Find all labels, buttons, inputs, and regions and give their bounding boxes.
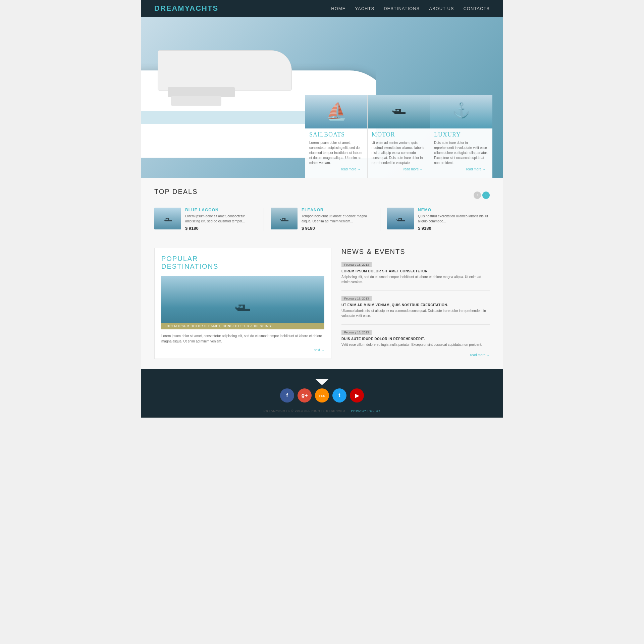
- news-text-1: Adipiscing elit, sed do eiusmod tempor i…: [341, 274, 490, 284]
- logo-yachts: YACHTS: [185, 4, 218, 12]
- dest-image: LOREM IPSUM DOLOR SIT AMET, CONSECTETUR …: [161, 276, 324, 329]
- deal-thumb-eleanor: [271, 208, 298, 229]
- news-text-3: Velit esse cillum dolore eu fugiat nulla…: [341, 342, 490, 347]
- sailboats-read-more[interactable]: read more: [309, 167, 363, 171]
- motor-read-more[interactable]: read more: [372, 167, 426, 171]
- deals-nav-arrows: ‹ ›: [474, 192, 490, 199]
- news-title-3: DUIS AUTE IRURE DOLOR IN REPREHENDERIT.: [341, 337, 490, 341]
- hero-section: SAILBOATS Lorem ipsum dolor sit amet, co…: [141, 17, 503, 178]
- news-date-1: February 18, 2013: [341, 262, 372, 267]
- sailboats-image: [305, 95, 367, 128]
- nav-yachts[interactable]: YACHTS: [355, 6, 374, 11]
- popular-dest-title: POPULARDESTINATIONS: [161, 255, 324, 270]
- deal-info-eleanor: ELEANOR Tempor incididunt ut labore et d…: [302, 208, 373, 231]
- footer-copyright: DREAMYACHTS © 2013 ALL RIGHTS RESERVED: [263, 409, 345, 413]
- popular-destinations: POPULARDESTINATIONS LOREM IPSUM DOLOR SI…: [154, 248, 331, 359]
- news-text-2: Ullamco laboris nisi ut aliquip ex ea co…: [341, 308, 490, 318]
- nav-about[interactable]: ABOUT US: [429, 6, 454, 11]
- news-date-3: February 18, 2013: [341, 330, 372, 335]
- bottom-section: POPULARDESTINATIONS LOREM IPSUM DOLOR SI…: [154, 248, 490, 359]
- nav-home[interactable]: HOME: [331, 6, 345, 11]
- news-item-1: February 18, 2013 LOREM IPSUM DOLOR SIT …: [341, 261, 490, 284]
- deals-divider: [154, 241, 490, 241]
- news-events: NEWS & EVENTS February 18, 2013 LOREM IP…: [341, 248, 490, 359]
- deals-next-arrow[interactable]: ›: [482, 192, 490, 199]
- deal-divider-1: [264, 208, 264, 231]
- deal-desc-blue-lagoon: Lorem ipsum dolor sit amet, consectetur …: [185, 214, 257, 224]
- footer-privacy[interactable]: PRIVACY POLICY: [351, 409, 381, 413]
- sailboats-text: Lorem ipsum dolor sit amet, consectetur …: [309, 140, 363, 165]
- news-title-1: LOREM IPSUM DOLOR SIT AMET CONSECTETUR.: [341, 269, 490, 273]
- news-events-title: NEWS & EVENTS: [341, 248, 490, 256]
- news-title-2: UT ENIM AD MINIM VENIAM, QUIS NOSTRUD EX…: [341, 303, 490, 307]
- category-motor: MOTOR Ut enim ad minim veniam, quis nost…: [368, 95, 430, 178]
- dest-text: Lorem ipsum dolor sit amet, consectetur …: [161, 333, 324, 344]
- deal-info-blue-lagoon: BLUE LAGOON Lorem ipsum dolor sit amet, …: [185, 208, 257, 231]
- dest-next-link[interactable]: next: [161, 348, 324, 352]
- main-nav: HOME YACHTS DESTINATIONS ABOUT US CONTAC…: [331, 6, 490, 11]
- social-googleplus[interactable]: g+: [298, 388, 312, 402]
- deal-item-nemo: NEMO Quis nostrud exercitation ullamco l…: [387, 208, 490, 231]
- luxury-read-more[interactable]: read more: [434, 167, 488, 171]
- deal-name-eleanor: ELEANOR: [302, 208, 373, 212]
- luxury-title: LUXURY: [434, 131, 488, 138]
- footer-bottom: DREAMYACHTS © 2013 ALL RIGHTS RESERVED |…: [154, 409, 490, 413]
- category-luxury: LUXURY Duis aute irure dolor in reprehen…: [430, 95, 492, 178]
- deal-thumb-blue-lagoon: [154, 208, 181, 229]
- social-icons: f g+ rss t ▶: [154, 388, 490, 402]
- category-sailboats: SAILBOATS Lorem ipsum dolor sit amet, co…: [305, 95, 368, 178]
- deal-price-eleanor: $ 9180: [302, 226, 373, 231]
- motor-title: MOTOR: [372, 131, 426, 138]
- deal-item-eleanor: ELEANOR Tempor incididunt ut labore et d…: [271, 208, 373, 231]
- deals-prev-arrow[interactable]: ‹: [474, 192, 481, 199]
- deal-divider-2: [380, 208, 380, 231]
- social-twitter[interactable]: t: [332, 388, 346, 402]
- deal-desc-nemo: Quis nostrud exercitation ullamco labori…: [418, 214, 490, 224]
- category-cards: SAILBOATS Lorem ipsum dolor sit amet, co…: [305, 95, 493, 178]
- news-item-3: February 18, 2013 DUIS AUTE IRURE DOLOR …: [341, 329, 490, 347]
- news-date-2: February 18, 2013: [341, 296, 372, 301]
- motor-image: [368, 95, 430, 128]
- deal-info-nemo: NEMO Quis nostrud exercitation ullamco l…: [418, 208, 490, 231]
- sailboats-title: SAILBOATS: [309, 131, 363, 138]
- luxury-text: Duis aute irure dolor in reprehenderit i…: [434, 140, 488, 165]
- social-rss[interactable]: rss: [315, 388, 329, 402]
- logo[interactable]: DREAMYACHTS: [154, 4, 218, 13]
- news-item-2: February 18, 2013 UT ENIM AD MINIM VENIA…: [341, 295, 490, 318]
- deal-name-nemo: NEMO: [418, 208, 490, 212]
- dest-caption: LOREM IPSUM DOLOR SIT AMET, CONSECTETUR …: [161, 323, 324, 329]
- nav-contacts[interactable]: CONTACTS: [463, 6, 490, 11]
- deal-name-blue-lagoon: BLUE LAGOON: [185, 208, 257, 212]
- top-deals-title: TOP DEALS: [154, 188, 198, 196]
- deals-grid: BLUE LAGOON Lorem ipsum dolor sit amet, …: [154, 208, 490, 231]
- motor-text: Ut enim ad minim veniam, quis nostrud ex…: [372, 140, 426, 165]
- top-deals-header: TOP DEALS ‹ ›: [154, 188, 490, 202]
- deal-thumb-nemo: [387, 208, 414, 229]
- footer-triangle: [315, 379, 329, 385]
- site-header: DREAMYACHTS HOME YACHTS DESTINATIONS ABO…: [141, 0, 503, 17]
- main-content: TOP DEALS ‹ › BLUE LAGOON Lorem ipsum do…: [141, 178, 503, 369]
- logo-dream: DREAM: [154, 4, 185, 12]
- site-footer: f g+ rss t ▶ DREAMYACHTS © 2013 ALL RIGH…: [141, 369, 503, 418]
- deal-price-blue-lagoon: $ 9180: [185, 226, 257, 231]
- social-youtube[interactable]: ▶: [350, 388, 364, 402]
- deal-item-blue-lagoon: BLUE LAGOON Lorem ipsum dolor sit amet, …: [154, 208, 257, 231]
- news-divider-2: [341, 324, 490, 325]
- news-read-more[interactable]: read more: [341, 353, 490, 357]
- social-facebook[interactable]: f: [280, 388, 294, 402]
- news-divider-1: [341, 290, 490, 291]
- nav-destinations[interactable]: DESTINATIONS: [384, 6, 420, 11]
- deal-desc-eleanor: Tempor incididunt ut labore et dolore ma…: [302, 214, 373, 224]
- luxury-image: [430, 95, 492, 128]
- deal-price-nemo: $ 9180: [418, 226, 490, 231]
